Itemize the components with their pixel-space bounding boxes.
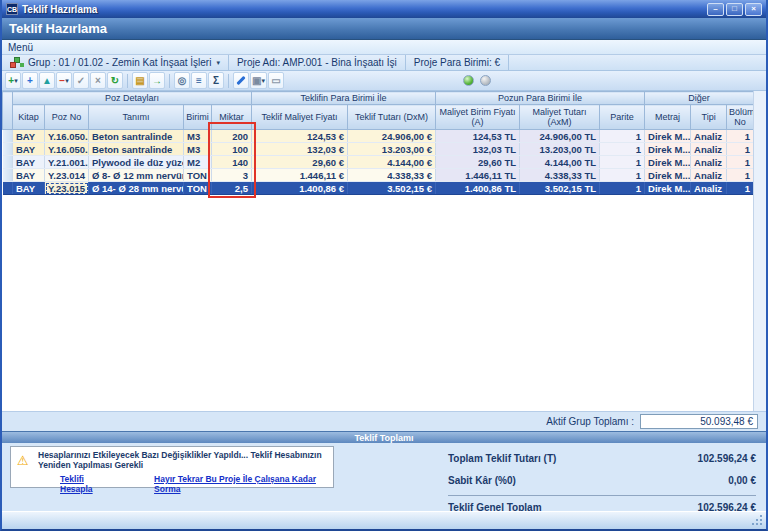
cell-metraj[interactable]: Direk M... — [645, 169, 691, 182]
column-header-pozno[interactable]: Poz No — [45, 105, 89, 130]
cell-tipi[interactable]: Analiz — [691, 143, 727, 156]
table-row[interactable]: BAY Y.16.050... Beton santralinde M3 200… — [3, 130, 754, 143]
cell-maliyet-tutari[interactable]: 13.203,00 TL — [520, 143, 600, 156]
row-indicator[interactable] — [3, 182, 13, 195]
column-header-bolum-no[interactable]: Bölüm No — [727, 105, 754, 130]
nav-active-icon[interactable] — [463, 75, 474, 86]
table-row-selected[interactable]: BAY Y.23.015 Ø 14- Ø 28 mm nervürlü TON … — [3, 182, 754, 195]
cell-teklif-maliyet[interactable]: 132,03 € — [252, 143, 348, 156]
cell-maliyet-birim[interactable]: 1.400,86 TL — [436, 182, 520, 195]
table-row[interactable]: BAY Y.23.014 Ø 8- Ø 12 mm nervürlü TON 3… — [3, 169, 754, 182]
cell-tipi[interactable]: Analiz — [691, 156, 727, 169]
menu-item-menu[interactable]: Menü — [8, 42, 33, 53]
cell-bolum-no[interactable]: 1 — [727, 130, 754, 143]
cell-parite[interactable]: 1 — [600, 130, 645, 143]
cell-tanimi[interactable]: Beton santralinde — [89, 143, 184, 156]
close-button[interactable]: × — [745, 3, 762, 16]
print-button[interactable]: ▭ — [268, 72, 284, 89]
dismiss-warning-link[interactable]: Hayır Tekrar Bu Proje İle Çalışana Kadar… — [154, 474, 329, 494]
column-header-tanimi[interactable]: Tanımı — [89, 105, 184, 130]
cell-maliyet-tutari[interactable]: 4.144,00 TL — [520, 156, 600, 169]
cell-metraj[interactable]: Direk M... — [645, 130, 691, 143]
calculate-offer-link[interactable]: Teklifi Hesapla — [60, 474, 114, 494]
cell-teklif-tutari[interactable]: 4.144,00 € — [348, 156, 436, 169]
minimize-button[interactable]: – — [707, 3, 724, 16]
cell-tipi[interactable]: Analiz — [691, 169, 727, 182]
cell-teklif-tutari[interactable]: 13.203,00 € — [348, 143, 436, 156]
column-header-kitap[interactable]: Kitap — [13, 105, 45, 130]
cell-maliyet-tutari[interactable]: 24.906,00 TL — [520, 130, 600, 143]
cell-maliyet-birim[interactable]: 124,53 TL — [436, 130, 520, 143]
cell-kitap[interactable]: BAY — [13, 156, 45, 169]
cell-tipi[interactable]: Analiz — [691, 130, 727, 143]
cell-pozno[interactable]: Y.23.014 — [45, 169, 89, 182]
cell-metraj[interactable]: Direk M... — [645, 156, 691, 169]
band-poz-detaylari[interactable]: Poz Detayları — [13, 92, 252, 105]
add-sub-button[interactable]: + — [22, 72, 38, 89]
cell-pozno[interactable]: Y.16.050... — [45, 130, 89, 143]
cell-pozno[interactable]: Y.21.001... — [45, 156, 89, 169]
cell-bolum-no[interactable]: 1 — [727, 156, 754, 169]
refresh-button[interactable]: ↻ — [107, 72, 123, 89]
cell-metraj[interactable]: Direk M... — [645, 182, 691, 195]
nav-inactive-icon[interactable] — [480, 75, 491, 86]
tree-view-button[interactable]: ≡ — [191, 72, 207, 89]
resize-grip[interactable] — [760, 523, 762, 525]
chevron-down-icon[interactable]: ▾ — [65, 77, 69, 85]
column-header-teklif-maliyet[interactable]: Teklif Maliyet Fiyatı — [252, 105, 348, 130]
copy-button[interactable]: ▣▾ — [250, 72, 267, 89]
cell-teklif-tutari[interactable]: 3.502,15 € — [348, 182, 436, 195]
cell-teklif-tutari[interactable]: 4.338,33 € — [348, 169, 436, 182]
vertical-scrollbar[interactable] — [753, 91, 766, 411]
cell-maliyet-tutari[interactable]: 3.502,15 TL — [520, 182, 600, 195]
cell-teklif-maliyet[interactable]: 1.446,11 € — [252, 169, 348, 182]
chevron-down-icon[interactable]: ▾ — [14, 77, 18, 85]
add-button[interactable]: +▾ — [5, 72, 21, 89]
cell-tanimi[interactable]: Beton santralinde — [89, 130, 184, 143]
cell-kitap[interactable]: BAY — [13, 143, 45, 156]
confirm-button[interactable]: ✓ — [73, 72, 89, 89]
cell-maliyet-birim[interactable]: 29,60 TL — [436, 156, 520, 169]
cell-teklif-tutari[interactable]: 24.906,00 € — [348, 130, 436, 143]
column-header-tipi[interactable]: Tipi — [691, 105, 727, 130]
cell-tanimi[interactable]: Ø 14- Ø 28 mm nervürlü — [89, 182, 184, 195]
row-indicator[interactable] — [3, 156, 13, 169]
layers-button[interactable]: ▤ — [132, 72, 148, 89]
cell-parite[interactable]: 1 — [600, 169, 645, 182]
column-header-maliyet-tutari[interactable]: Maliyet Tutarı (AxM) — [520, 105, 600, 130]
cell-maliyet-birim[interactable]: 1.446,11 TL — [436, 169, 520, 182]
chevron-down-icon[interactable]: ▾ — [261, 77, 265, 85]
maximize-button[interactable]: □ — [726, 3, 743, 16]
column-header-teklif-tutari[interactable]: Teklif Tutarı (DxM) — [348, 105, 436, 130]
cell-kitap[interactable]: BAY — [13, 182, 45, 195]
cell-kitap[interactable]: BAY — [13, 169, 45, 182]
row-indicator[interactable] — [3, 130, 13, 143]
cell-parite[interactable]: 1 — [600, 182, 645, 195]
pyramid-button[interactable]: ▲ — [39, 72, 55, 89]
table-row[interactable]: BAY Y.21.001... Plywood ile düz yüzeyli … — [3, 156, 754, 169]
analysis-button[interactable]: ◎ — [174, 72, 190, 89]
cell-tanimi[interactable]: Plywood ile düz yüzeyli — [89, 156, 184, 169]
cell-pozno-focused[interactable]: Y.23.015 — [45, 182, 89, 195]
cancel-button[interactable]: × — [90, 72, 106, 89]
band-diger[interactable]: Diğer — [645, 92, 754, 105]
cell-tanimi[interactable]: Ø 8- Ø 12 mm nervürlü — [89, 169, 184, 182]
table-row[interactable]: BAY Y.16.050... Beton santralinde M3 100… — [3, 143, 754, 156]
row-indicator[interactable] — [3, 169, 13, 182]
sum-button[interactable]: Σ — [208, 72, 224, 89]
cell-maliyet-birim[interactable]: 132,03 TL — [436, 143, 520, 156]
cell-bolum-no[interactable]: 1 — [727, 182, 754, 195]
cell-maliyet-tutari[interactable]: 4.338,33 TL — [520, 169, 600, 182]
band-pozun-para-birimi[interactable]: Pozun Para Birimi İle — [436, 92, 645, 105]
edit-button[interactable] — [233, 72, 249, 89]
import-button[interactable]: → — [149, 72, 165, 89]
cell-bolum-no[interactable]: 1 — [727, 169, 754, 182]
band-teklif-para-birimi[interactable]: Teklifin Para Birimi İle — [252, 92, 436, 105]
chevron-down-icon[interactable]: ▾ — [216, 59, 220, 67]
cell-teklif-maliyet[interactable]: 1.400,86 € — [252, 182, 348, 195]
column-header-parite[interactable]: Parite — [600, 105, 645, 130]
window-titlebar[interactable]: CB Teklif Hazırlama – □ × — [2, 0, 766, 18]
cell-kitap[interactable]: BAY — [13, 130, 45, 143]
group-selector[interactable]: Grup : 01 / 01.02 - Zemin Kat İnşaat İşl… — [2, 55, 229, 70]
delete-button[interactable]: −▾ — [56, 72, 72, 89]
